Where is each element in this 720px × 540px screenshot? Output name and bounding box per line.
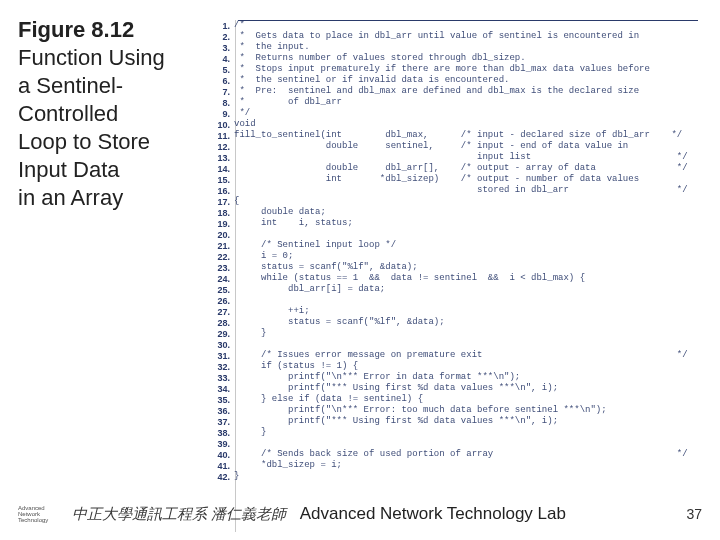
line-number: 13. — [208, 152, 234, 163]
code-line: 33. printf("\n*** Error in data format *… — [208, 372, 702, 383]
line-number: 36. — [208, 405, 234, 416]
line-number: 33. — [208, 372, 234, 383]
caption-line: Input Data — [18, 156, 198, 184]
line-number: 20. — [208, 229, 234, 240]
code-line: 25. dbl_arr[i] = data; — [208, 284, 702, 295]
code-text: * Gets data to place in dbl_arr until va… — [234, 31, 702, 42]
line-number: 34. — [208, 383, 234, 394]
code-line: 5. * Stops input prematurely if there ar… — [208, 64, 702, 75]
line-number: 6. — [208, 75, 234, 86]
code-line: 13. input list */ — [208, 152, 702, 163]
code-text: dbl_arr[i] = data; — [234, 284, 702, 295]
code-line: 26. — [208, 295, 702, 306]
code-line: 4. * Returns number of values stored thr… — [208, 53, 702, 64]
line-number: 37. — [208, 416, 234, 427]
code-line: 7. * Pre: sentinel and dbl_max are defin… — [208, 86, 702, 97]
code-line: 39. — [208, 438, 702, 449]
code-text: } — [234, 471, 702, 482]
caption-line: Controlled — [18, 100, 198, 128]
code-text: * Pre: sentinel and dbl_max are defined … — [234, 86, 702, 97]
code-text: int i, status; — [234, 218, 702, 229]
code-text: double data; — [234, 207, 702, 218]
caption-line: in an Array — [18, 184, 198, 212]
code-line: 42.} — [208, 471, 702, 482]
code-line: 41. *dbl_sizep = i; — [208, 460, 702, 471]
code-text: */ — [234, 108, 702, 119]
line-number: 23. — [208, 262, 234, 273]
line-number: 8. — [208, 97, 234, 108]
line-number: 32. — [208, 361, 234, 372]
code-line: 28. status = scanf("%lf", &data); — [208, 317, 702, 328]
code-grid: 1./*2. * Gets data to place in dbl_arr u… — [208, 20, 702, 482]
code-text: /* Issues error message on premature exi… — [234, 350, 702, 361]
code-text: * the sentinel or if invalid data is enc… — [234, 75, 702, 86]
code-text: * Returns number of values stored throug… — [234, 53, 702, 64]
figure-title: Figure 8.12 Function Using a Sentinel- C… — [18, 16, 198, 540]
code-line: 21. /* Sentinel input loop */ — [208, 240, 702, 251]
line-number: 1. — [208, 20, 234, 31]
code-text: double sentinel, /* input - end of data … — [234, 141, 702, 152]
line-number: 28. — [208, 317, 234, 328]
code-line: 22. i = 0; — [208, 251, 702, 262]
line-number: 15. — [208, 174, 234, 185]
line-number: 21. — [208, 240, 234, 251]
code-text: status = scanf("%lf", &data); — [234, 262, 702, 273]
line-number: 3. — [208, 42, 234, 53]
code-text: } — [234, 328, 702, 339]
line-number: 10. — [208, 119, 234, 130]
lab-logo: Advanced Network Technology — [18, 500, 64, 528]
code-text: printf("\n*** Error in data format ***\n… — [234, 372, 702, 383]
line-number: 29. — [208, 328, 234, 339]
code-line: 17.{ — [208, 196, 702, 207]
code-line: 16. stored in dbl_arr */ — [208, 185, 702, 196]
line-number: 26. — [208, 295, 234, 306]
footer: Advanced Network Technology 中正大學通訊工程系 潘仁… — [18, 500, 702, 528]
line-number: 9. — [208, 108, 234, 119]
code-text: double dbl_arr[], /* output - array of d… — [234, 163, 702, 174]
caption-line: Function Using — [18, 44, 198, 72]
code-text: while (status == 1 && data != sentinel &… — [234, 273, 702, 284]
code-text: * the input. — [234, 42, 702, 53]
line-number: 5. — [208, 64, 234, 75]
code-line: 31. /* Issues error message on premature… — [208, 350, 702, 361]
code-line: 32. if (status != 1) { — [208, 361, 702, 372]
code-text: stored in dbl_arr */ — [234, 185, 702, 196]
line-number: 38. — [208, 427, 234, 438]
line-number: 40. — [208, 449, 234, 460]
code-text: printf("*** Using first %d data values *… — [234, 383, 702, 394]
code-line: 27. ++i; — [208, 306, 702, 317]
code-text: /* Sends back size of used portion of ar… — [234, 449, 702, 460]
line-number: 18. — [208, 207, 234, 218]
main-content: Figure 8.12 Function Using a Sentinel- C… — [18, 16, 702, 540]
code-text: status = scanf("%lf", &data); — [234, 317, 702, 328]
line-number: 27. — [208, 306, 234, 317]
page-number: 37 — [686, 506, 702, 522]
line-number: 24. — [208, 273, 234, 284]
code-line: 30. — [208, 339, 702, 350]
line-number: 7. — [208, 86, 234, 97]
code-text: printf("\n*** Error: too much data befor… — [234, 405, 702, 416]
code-text: printf("*** Using first %d data values *… — [234, 416, 702, 427]
code-line: 40. /* Sends back size of used portion o… — [208, 449, 702, 460]
line-number: 42. — [208, 471, 234, 482]
line-number: 2. — [208, 31, 234, 42]
code-line: 1./* — [208, 20, 702, 31]
code-text: int *dbl_sizep) /* output - number of da… — [234, 174, 702, 185]
code-line: 36. printf("\n*** Error: too much data b… — [208, 405, 702, 416]
code-line: 35. } else if (data != sentinel) { — [208, 394, 702, 405]
code-text: input list */ — [234, 152, 702, 163]
code-text: if (status != 1) { — [234, 361, 702, 372]
line-number: 14. — [208, 163, 234, 174]
line-number: 41. — [208, 460, 234, 471]
code-line: 8. * of dbl_arr — [208, 97, 702, 108]
line-number: 19. — [208, 218, 234, 229]
code-listing: 1./*2. * Gets data to place in dbl_arr u… — [208, 16, 702, 540]
code-line: 37. printf("*** Using first %d data valu… — [208, 416, 702, 427]
code-text: /* — [234, 20, 702, 31]
code-line: 3. * the input. — [208, 42, 702, 53]
line-number: 12. — [208, 141, 234, 152]
code-text: void — [234, 119, 702, 130]
line-number: 22. — [208, 251, 234, 262]
code-line: 23. status = scanf("%lf", &data); — [208, 262, 702, 273]
line-number: 31. — [208, 350, 234, 361]
